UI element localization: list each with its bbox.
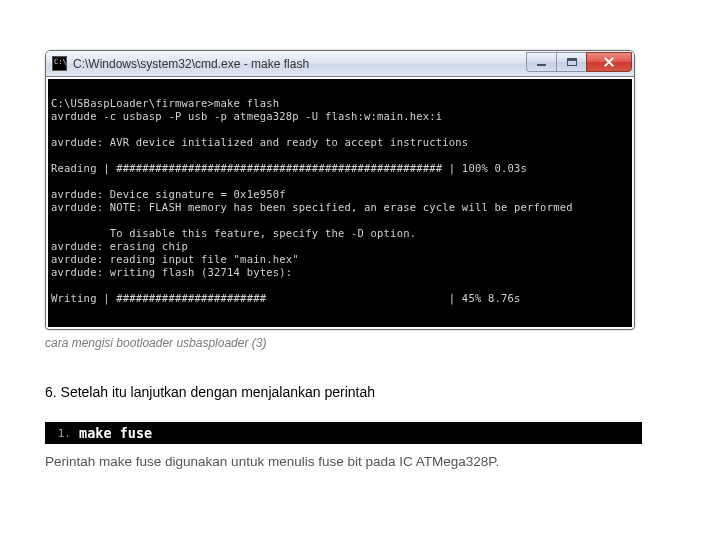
terminal-line: C:\USBaspLoader\firmware>make flash — [51, 97, 279, 109]
cmd-icon — [52, 56, 67, 71]
window-controls — [526, 52, 632, 72]
cmd-window: C:\Windows\system32\cmd.exe - make flash… — [45, 50, 635, 330]
step-instruction: 6. Setelah itu lanjutkan dengan menjalan… — [45, 384, 675, 400]
terminal-line: avrdude: reading input file "main.hex" — [51, 253, 299, 265]
titlebar: C:\Windows\system32\cmd.exe - make flash — [46, 51, 634, 77]
maximize-button[interactable] — [556, 52, 586, 72]
code-block: 1. make fuse — [45, 422, 642, 444]
terminal-line: avrdude: writing flash (32714 bytes): — [51, 266, 292, 278]
minimize-icon — [537, 64, 546, 66]
close-icon — [603, 56, 615, 68]
minimize-button[interactable] — [526, 52, 556, 72]
terminal-line: avrdude: NOTE: FLASH memory has been spe… — [51, 201, 573, 213]
terminal-line: avrdude: Device signature = 0x1e950f — [51, 188, 286, 200]
terminal-line: avrdude: erasing chip — [51, 240, 188, 252]
terminal-line: Writing | ####################### | 45% … — [51, 292, 521, 304]
code-line-number: 1. — [45, 427, 79, 440]
code-command: make fuse — [79, 425, 152, 441]
terminal-line: avrdude: AVR device initialized and read… — [51, 136, 468, 148]
maximize-icon — [567, 58, 577, 66]
window-title: C:\Windows\system32\cmd.exe - make flash — [73, 57, 526, 71]
figure-caption: cara mengisi bootloader usbasploader (3) — [45, 336, 675, 350]
close-button[interactable] — [586, 52, 632, 72]
terminal-line: avrdude -c usbasp -P usb -p atmega328p -… — [51, 110, 442, 122]
explanation-text: Perintah make fuse digunakan untuk menul… — [45, 454, 675, 469]
terminal-output: C:\USBaspLoader\firmware>make flash avrd… — [48, 79, 632, 327]
code-line: 1. make fuse — [45, 422, 642, 444]
terminal-line: To disable this feature, specify the -D … — [51, 227, 416, 239]
terminal-line: Reading | ##############################… — [51, 162, 527, 174]
